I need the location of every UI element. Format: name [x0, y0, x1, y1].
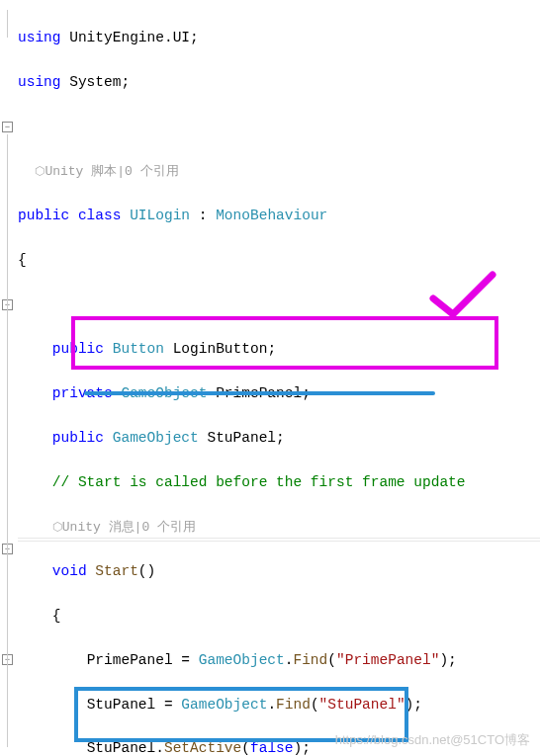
fold-toggle[interactable]: −: [2, 122, 13, 132]
code-line: public GameObject StuPanel;: [18, 427, 465, 449]
code-line: StuPanel.SetActive(false);: [18, 737, 465, 756]
code-gutter: − − − −: [0, 0, 18, 756]
unity-icon: ⬡: [35, 165, 45, 179]
code-line: [18, 116, 465, 137]
codelens-line[interactable]: ⬡Unity 脚本|0 个引用: [18, 160, 465, 182]
code-line: public class UILogin : MonoBehaviour: [18, 205, 465, 226]
code-line: [18, 294, 465, 315]
code-editor[interactable]: using UnityEngine.UI; using System; ⬡Uni…: [18, 5, 465, 756]
code-line: PrimePanel = GameObject.Find("PrimePanel…: [18, 649, 465, 671]
codelens-line[interactable]: ⬡Unity 消息|0 个引用: [18, 516, 465, 538]
code-line: void Start(): [18, 560, 465, 582]
code-line: using System;: [18, 71, 465, 93]
code-line: private GameObject PrimePanel;: [18, 382, 465, 404]
code-line: // Start is called before the first fram…: [18, 471, 465, 493]
code-line: public Button LoginButton;: [18, 338, 465, 360]
code-line: StuPanel = GameObject.Find("StuPanel");: [18, 694, 465, 715]
unity-icon: ⬡: [52, 521, 62, 535]
code-line: using UnityEngine.UI;: [18, 27, 465, 48]
code-line: {: [18, 605, 465, 627]
code-line: {: [18, 249, 465, 271]
